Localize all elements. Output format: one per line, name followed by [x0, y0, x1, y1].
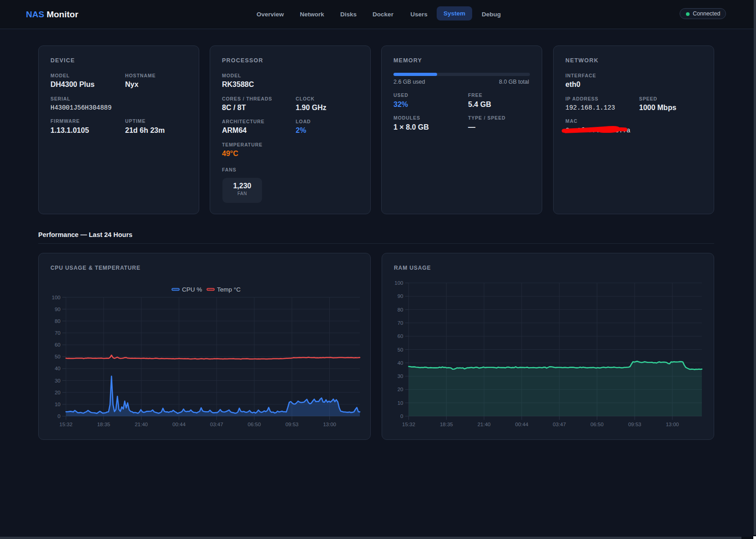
svg-text:30: 30 [55, 378, 60, 383]
svg-text:70: 70 [398, 320, 403, 326]
svg-text:06:50: 06:50 [590, 422, 604, 427]
svg-text:03:47: 03:47 [553, 422, 566, 427]
svg-text:100: 100 [52, 295, 60, 300]
svg-text:Temp °C: Temp °C [217, 286, 241, 293]
svg-text:0: 0 [400, 413, 403, 419]
svg-text:10: 10 [398, 400, 403, 406]
svg-text:80: 80 [398, 307, 403, 312]
svg-text:30: 30 [398, 373, 403, 379]
svg-text:13:00: 13:00 [323, 422, 336, 427]
svg-text:13:00: 13:00 [666, 422, 679, 427]
svg-text:60: 60 [55, 342, 60, 348]
svg-text:CPU %: CPU % [182, 286, 202, 293]
svg-text:18:35: 18:35 [97, 422, 110, 427]
svg-text:21:40: 21:40 [135, 422, 148, 427]
svg-text:50: 50 [55, 354, 60, 359]
svg-text:09:53: 09:53 [285, 422, 298, 427]
svg-text:00:44: 00:44 [172, 422, 186, 427]
svg-text:40: 40 [398, 360, 403, 366]
svg-text:10: 10 [55, 402, 60, 407]
svg-text:15:32: 15:32 [402, 422, 415, 427]
svg-text:90: 90 [55, 307, 60, 312]
svg-text:03:47: 03:47 [210, 422, 223, 427]
svg-text:100: 100 [394, 280, 403, 286]
svg-text:0: 0 [58, 413, 60, 419]
svg-text:90: 90 [398, 293, 403, 299]
svg-text:00:44: 00:44 [515, 422, 529, 427]
svg-text:09:53: 09:53 [628, 422, 641, 427]
svg-text:20: 20 [55, 390, 60, 395]
svg-text:18:35: 18:35 [440, 422, 453, 427]
svg-text:15:32: 15:32 [60, 422, 73, 427]
svg-text:06:50: 06:50 [248, 422, 261, 427]
svg-text:40: 40 [55, 366, 60, 371]
svg-text:21:40: 21:40 [478, 422, 491, 427]
svg-text:50: 50 [398, 347, 403, 353]
svg-text:60: 60 [398, 333, 403, 339]
svg-text:20: 20 [398, 387, 403, 392]
svg-text:80: 80 [55, 318, 60, 324]
svg-text:70: 70 [55, 330, 60, 336]
